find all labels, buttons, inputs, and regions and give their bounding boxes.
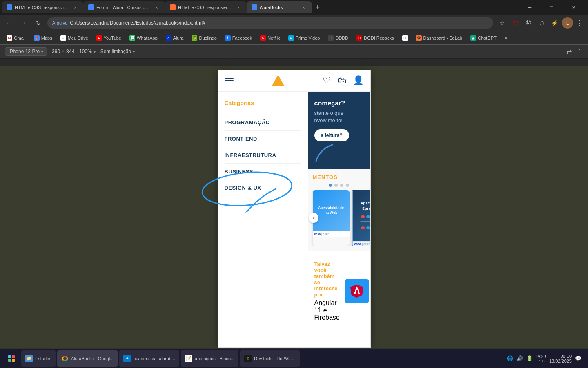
clock: 08:10 18/02/2025 [549,354,572,364]
hamburger-menu-button[interactable] [225,78,234,83]
bookmark-star-button[interactable]: ☆ [497,17,508,29]
mobile-frame: ♡ 🛍 👤 Categorias PROGRAMAÇÃO FRONT-END I… [218,70,371,348]
tab-3-close[interactable]: × [235,4,242,11]
bookmark-gmail[interactable]: M Gmail [3,34,29,42]
rotate-icon[interactable]: ⇄ [566,48,572,56]
start-button[interactable] [3,350,20,367]
new-tab-button[interactable]: + [312,2,323,13]
hamburger-line-1 [225,78,234,79]
account-icon[interactable]: 👤 [353,75,364,86]
bookmarks-more-button[interactable]: » [501,34,511,42]
bookmark-chatgpt[interactable]: ◉ ChatGPT [467,34,500,42]
suggestion-book-title: Angular 11 e Firebase [314,299,340,321]
suggestion-title: Talvez vocêtambém seinteresse por... [314,261,340,298]
bookmark-youtube[interactable]: ▶ YouTube [93,34,125,42]
youtube-icon: ▶ [96,35,102,41]
kafka-nodes-2-visual [361,226,370,229]
network-icon[interactable]: 🌐 [507,355,513,361]
bookmark-whatsapp[interactable]: 💬 WhatsApp [126,34,161,42]
forward-button[interactable]: → [18,17,29,29]
bookmark-dddd[interactable]: D DDDD [325,34,352,42]
bookmark-duolingo[interactable]: 🦉 Duolingo [188,34,220,42]
extension-button-1[interactable]: 🛡 [510,17,521,29]
taskbar-item-notepad[interactable]: 📝 anotações - Bloco... [181,350,238,367]
maximize-button[interactable]: □ [542,1,561,13]
bookmark-prime[interactable]: ▶ Prime Video [285,34,323,42]
book-card-kafka[interactable]: Apache KafkaSpring Boot [352,190,370,246]
notification-button[interactable]: 💬 [575,355,581,361]
tab-1[interactable]: HTML e CSS: responsividade co × [2,1,83,13]
vscode-label: header.css - alurab... [133,356,175,361]
menu-button[interactable]: ⋮ [575,18,585,29]
extension-button-3[interactable]: ⬡ [536,17,547,29]
google-icon: G [402,35,408,41]
menu-item-business[interactable]: BUSINESS [225,164,301,180]
taskbar-item-estudos[interactable]: 📁 Estudos [21,350,56,367]
wishlist-icon[interactable]: ♡ [323,75,331,86]
battery-icon[interactable]: 🔋 [526,355,533,361]
tab-favicon-2 [88,4,94,10]
address-input[interactable]: Arquivo C:/Users/Leandro/Documents/Estud… [47,17,493,29]
zoom-selector[interactable]: 100% ▾ [79,49,96,54]
bookmark-facebook[interactable]: f Facebook [222,34,255,42]
hero-section: começar? stante o quenvolvime to! a leit… [308,92,370,169]
device-selector[interactable]: iPhone 12 Pro ▾ [5,47,47,56]
menu-item-infraestrutura[interactable]: INFRAESTRUTURA [225,147,301,164]
carousel-prev-button[interactable]: ‹ [309,213,318,223]
duolingo-icon: 🦉 [192,35,197,41]
carousel-section: MENTOS ‹ [308,169,370,251]
close-button[interactable]: × [564,1,583,13]
side-menu: Categorias PROGRAMAÇÃO FRONT-END INFRAES… [218,92,308,345]
suggestion-book-icon[interactable] [345,279,369,303]
profile-button[interactable]: L [562,17,573,29]
menu-item-design[interactable]: DESIGN & UX [225,180,301,196]
tab-favicon-4 [252,4,257,10]
app-logo [272,75,285,86]
bookmark-youtube-label: YouTube [104,36,121,40]
taskbar-item-devtools[interactable]: ⚙ DevTools - file:///C:... [240,350,299,367]
bookmark-alura[interactable]: a Alura [163,34,187,42]
browser-chrome: HTML e CSS: responsividade co × Fórum | … [0,0,588,59]
bookmark-edlab[interactable]: 🎓 Dashboard - EdLab [413,34,466,42]
reload-button[interactable]: ↻ [33,17,44,29]
limit-chevron-icon: ▾ [133,49,135,54]
bookmark-google[interactable]: G [399,34,411,42]
device-name: iPhone 12 Pro [9,49,40,54]
taskbar-item-chrome[interactable]: AluraBooks - Googl... [57,350,118,367]
back-button[interactable]: ← [3,17,15,29]
device-chevron-icon: ▾ [41,49,43,54]
hero-cta-button[interactable]: a leitura? [314,129,349,141]
carousel-dot-2[interactable] [334,184,338,187]
tab-4[interactable]: AluraBooks × [247,1,312,13]
tab-2-close[interactable]: × [154,4,160,11]
bookmark-dodi[interactable]: D DODI Repacks [353,34,397,42]
tab-1-close[interactable]: × [72,4,78,11]
taskbar-item-vscode[interactable]: ✦ header.css - alurab... [119,350,179,367]
bookmark-netflix[interactable]: N Netflix [257,34,283,42]
menu-item-frontend[interactable]: FRONT-END [225,131,301,147]
extension-button-4[interactable]: ⚡ [549,17,560,29]
keyboard-label: PTB [537,359,545,363]
carousel-dot-4[interactable] [346,184,349,187]
carousel-title: MENTOS [308,174,370,180]
gmail-icon: M [7,35,12,41]
tab-3-title: HTML e CSS: responsividade co [178,5,233,10]
carousel-dot-1[interactable] [329,184,332,187]
dimensions-display: 390 × 844 [52,49,74,54]
cart-icon[interactable]: 🛍 [337,75,346,86]
volume-icon[interactable]: 🔊 [517,355,523,361]
tab-2[interactable]: Fórum | Alura - Cursos online d × [83,1,165,13]
extension-button-2[interactable]: Ⓜ [523,17,534,29]
menu-item-programacao[interactable]: PROGRAMAÇÃO [225,114,301,131]
tab-3[interactable]: HTML e CSS: responsividade co × [165,1,247,13]
content-area: ♡ 🛍 👤 Categorias PROGRAMAÇÃO FRONT-END I… [0,66,588,368]
carousel-dot-3[interactable] [340,184,343,187]
bookmark-maps[interactable]: 📍 Maps [31,34,56,42]
bookmark-drive[interactable]: ▲ Meu Drive [57,34,91,42]
minimize-button[interactable]: ─ [520,1,539,13]
toolbar-more-icon[interactable]: ⋮ [577,48,583,56]
taskbar: 📁 Estudos AluraBooks - Googl... ✦ header… [0,348,588,368]
tab-4-close[interactable]: × [301,4,307,11]
whatsapp-icon: 💬 [129,35,135,41]
limit-selector[interactable]: Sem limitação ▾ [100,49,135,54]
